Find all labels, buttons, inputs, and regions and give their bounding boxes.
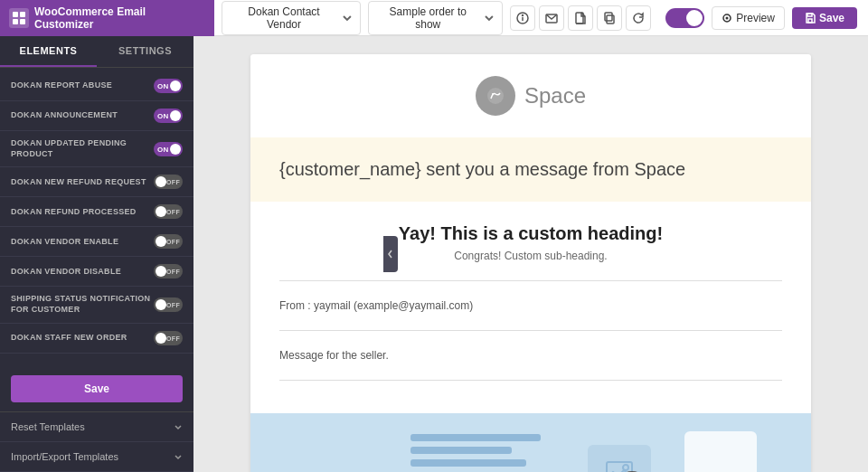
- import-export-item[interactable]: Import/Export Templates: [0, 442, 193, 472]
- svg-point-6: [522, 14, 523, 15]
- email-heading: Yay! This is a custom heading!: [279, 223, 782, 244]
- sidebar-item-dokan-updated-pending[interactable]: DOKAN UPDATED PENDING PRODUCT ON: [0, 131, 193, 167]
- toggle-dokan-updated-pending[interactable]: ON: [154, 142, 183, 156]
- email-type-dropdown[interactable]: Dokan Contact Vendor: [222, 1, 360, 35]
- sidebar-item-dokan-new-refund[interactable]: DOKAN NEW REFUND REQUEST OFF: [0, 167, 193, 197]
- item-label: DOKAN ANNOUNCEMENT: [11, 110, 118, 121]
- reset-templates-item[interactable]: Reset Templates: [0, 412, 193, 442]
- item-label: DOKAN STAFF NEW ORDER: [11, 333, 127, 344]
- tab-elements[interactable]: ELEMENTS: [0, 36, 97, 67]
- email-divider: [279, 280, 782, 281]
- item-label: DOKAN REPORT ABUSE: [11, 80, 112, 91]
- sidebar-item-dokan-announcement[interactable]: DOKAN ANNOUNCEMENT ON: [0, 101, 193, 131]
- email-logo: Space: [476, 76, 586, 116]
- tab-settings[interactable]: SETTINGS: [97, 36, 193, 67]
- svg-rect-13: [808, 19, 812, 23]
- item-label: DOKAN UPDATED PENDING PRODUCT: [11, 138, 154, 159]
- toggle-shipping-status[interactable]: OFF: [154, 297, 183, 312]
- brand-label: WooCommerce Email Customizer: [34, 5, 205, 31]
- email-header: Space: [250, 54, 811, 137]
- topbar: WooCommerce Email Customizer Dokan Conta…: [0, 0, 868, 36]
- image-placeholder: [588, 445, 651, 472]
- sidebar-list: DOKAN REPORT ABUSE ON DOKAN ANNOUNCEMENT…: [0, 68, 193, 366]
- svg-rect-0: [13, 12, 18, 17]
- copy-icon-btn[interactable]: [597, 5, 622, 31]
- email-icon-btn[interactable]: [539, 5, 564, 31]
- email-preview: Space {customer_name} sent you a message…: [250, 54, 811, 472]
- sidebar-tabs: ELEMENTS SETTINGS: [0, 36, 193, 68]
- logo-text: Space: [524, 83, 586, 109]
- email-body: Yay! This is a custom heading! Congrats!…: [250, 202, 811, 413]
- svg-point-16: [492, 93, 494, 95]
- svg-rect-14: [807, 14, 812, 16]
- save-button[interactable]: Save: [792, 7, 857, 29]
- topbar-action-icons: [510, 5, 651, 31]
- svg-rect-9: [607, 15, 614, 24]
- svg-point-15: [487, 88, 504, 104]
- email-subheading: Congrats! Custom sub-heading.: [279, 250, 782, 262]
- sidebar-footer: Reset Templates Import/Export Templates: [0, 411, 193, 472]
- toggle-dokan-report-abuse[interactable]: ON: [154, 79, 183, 93]
- refresh-icon-btn[interactable]: [626, 5, 651, 31]
- sample-order-dropdown[interactable]: Sample order to show: [368, 1, 503, 35]
- toggle-dokan-vendor-disable[interactable]: OFF: [154, 264, 183, 278]
- brand-logo: WooCommerce Email Customizer: [0, 0, 214, 36]
- document-icon-btn[interactable]: [568, 5, 593, 31]
- card-decoration: [684, 431, 757, 472]
- email-divider2: [279, 330, 782, 331]
- sidebar-item-shipping-status[interactable]: SHIPPING STATUS NOTIFICATION FOR CUSTOME…: [0, 287, 193, 323]
- toggle-dokan-vendor-enable[interactable]: OFF: [154, 234, 183, 249]
- preview-button[interactable]: Preview: [712, 6, 785, 30]
- toggle-dokan-staff-new-order[interactable]: OFF: [154, 331, 183, 345]
- svg-rect-3: [20, 19, 25, 24]
- svg-rect-2: [13, 19, 18, 24]
- sidebar-item-dokan-refund-processed[interactable]: DOKAN REFUND PROCESSED OFF: [0, 197, 193, 227]
- toggle-dokan-announcement[interactable]: ON: [154, 109, 183, 123]
- item-label: SHIPPING STATUS NOTIFICATION FOR CUSTOME…: [11, 294, 154, 315]
- brand-icon: [9, 8, 29, 28]
- svg-rect-1: [20, 12, 25, 17]
- svg-rect-10: [605, 13, 612, 21]
- email-banner: {customer_name} sent you a message from …: [250, 137, 811, 202]
- item-label: DOKAN NEW REFUND REQUEST: [11, 177, 146, 188]
- email-message-field: Message for the seller.: [279, 342, 782, 369]
- sidebar-collapse-handle[interactable]: [383, 236, 398, 272]
- sidebar-item-dokan-report-abuse[interactable]: DOKAN REPORT ABUSE ON: [0, 71, 193, 101]
- content-area: Space {customer_name} sent you a message…: [193, 36, 868, 472]
- svg-point-18: [623, 465, 628, 470]
- item-label: DOKAN VENDOR DISABLE: [11, 267, 121, 278]
- email-image-block: [250, 413, 811, 472]
- item-label: DOKAN VENDOR ENABLE: [11, 237, 118, 248]
- sidebar: ELEMENTS SETTINGS DOKAN REPORT ABUSE ON …: [0, 36, 193, 472]
- item-label: DOKAN REFUND PROCESSED: [11, 207, 137, 218]
- email-divider3: [279, 380, 782, 381]
- svg-point-12: [726, 16, 729, 19]
- sidebar-item-dokan-staff-new-order[interactable]: DOKAN STAFF NEW ORDER OFF: [0, 324, 193, 354]
- email-banner-text: {customer_name} sent you a message from …: [279, 159, 782, 180]
- sidebar-save-button[interactable]: Save: [11, 375, 183, 402]
- email-from-field: From : yaymail (example@yaymail.com): [279, 292, 782, 319]
- main-layout: ELEMENTS SETTINGS DOKAN REPORT ABUSE ON …: [0, 36, 868, 472]
- sidebar-item-dokan-vendor-disable[interactable]: DOKAN VENDOR DISABLE OFF: [0, 257, 193, 287]
- sidebar-save-area: Save: [0, 366, 193, 411]
- info-icon-btn[interactable]: [510, 5, 535, 31]
- logo-icon: [476, 76, 515, 116]
- toggle-dokan-refund-processed[interactable]: OFF: [154, 204, 183, 219]
- preview-toggle[interactable]: [665, 8, 705, 28]
- sidebar-item-dokan-vendor-enable[interactable]: DOKAN VENDOR ENABLE OFF: [0, 227, 193, 257]
- toggle-dokan-new-refund[interactable]: OFF: [154, 175, 183, 189]
